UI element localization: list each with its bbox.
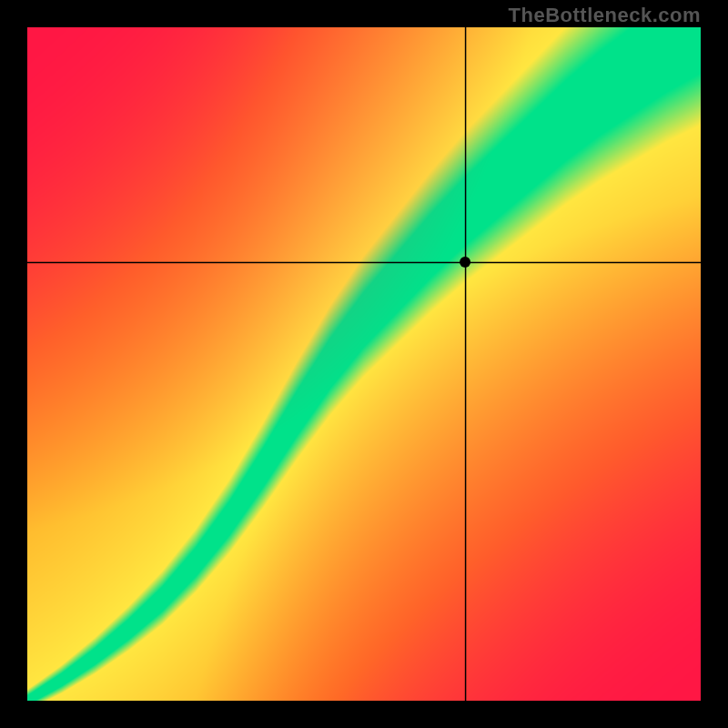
watermark: TheBottleneck.com — [509, 4, 701, 27]
chart-frame: TheBottleneck.com — [0, 0, 728, 728]
bottleneck-heatmap — [27, 27, 701, 701]
